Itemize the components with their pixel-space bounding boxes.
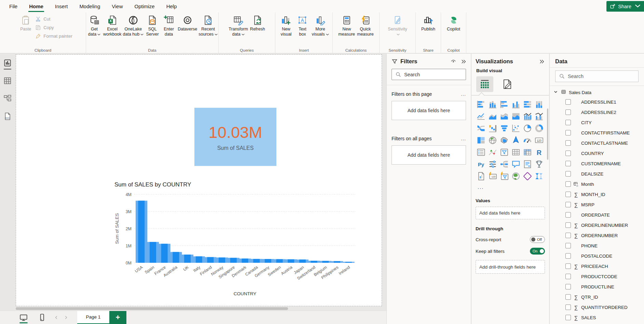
viz-new-slicer-preview-icon[interactable] bbox=[499, 171, 509, 181]
model-view-icon[interactable] bbox=[3, 94, 12, 103]
share-button[interactable]: Share bbox=[606, 1, 644, 12]
filters-search-input[interactable] bbox=[404, 72, 462, 77]
canvas-horizontal-scrollbar[interactable] bbox=[16, 307, 288, 310]
viz-stacked-area-icon[interactable] bbox=[499, 112, 509, 121]
dax-view-icon[interactable]: DAX bbox=[3, 112, 12, 121]
add-page-button[interactable]: + bbox=[109, 311, 126, 324]
ribbon-new-visual-button[interactable]: Newvisual bbox=[278, 13, 294, 37]
field-checkbox[interactable] bbox=[565, 120, 571, 125]
filter-drop-zone[interactable]: Add data fields here bbox=[392, 145, 466, 165]
viz-kpi-icon[interactable] bbox=[488, 147, 497, 157]
viz-map-icon[interactable] bbox=[488, 135, 497, 145]
field-row-month[interactable]: fxMonth bbox=[550, 179, 644, 189]
tab-help[interactable]: Help bbox=[161, 0, 183, 12]
field-row-qtr_id[interactable]: ∑QTR_ID bbox=[550, 292, 644, 302]
field-checkbox[interactable] bbox=[565, 161, 571, 166]
field-row-quantityordered[interactable]: ∑QUANTITYORDERED bbox=[550, 302, 644, 312]
viz-clustered-bar-icon[interactable] bbox=[499, 100, 509, 109]
viz-power-apps-icon[interactable] bbox=[523, 171, 532, 181]
format-visual-tab[interactable] bbox=[499, 76, 516, 92]
previous-page-chevron-icon[interactable] bbox=[54, 315, 59, 320]
field-checkbox[interactable] bbox=[565, 253, 571, 259]
viz-r-script-icon[interactable]: R bbox=[534, 147, 544, 157]
field-row-orderdate[interactable]: ORDERDATE bbox=[550, 210, 644, 220]
field-checkbox[interactable] bbox=[565, 263, 571, 269]
page-tab[interactable]: Page 1 bbox=[77, 311, 109, 324]
tab-optimize[interactable]: Optimize bbox=[129, 0, 161, 12]
viz-power-automate-icon[interactable] bbox=[534, 171, 544, 181]
viz-line-icon[interactable] bbox=[476, 112, 486, 121]
viz-donut-icon[interactable] bbox=[534, 124, 544, 133]
ribbon-refresh-button[interactable]: Refresh bbox=[249, 13, 266, 32]
collapse-pane-icon[interactable] bbox=[461, 59, 467, 65]
ribbon-text-box-button[interactable]: ATextbox bbox=[294, 13, 311, 37]
ribbon-onelake-button[interactable]: OneLakedata hub bbox=[122, 13, 145, 37]
more-options-button[interactable]: ... bbox=[461, 136, 466, 141]
viz-new-slicer-icon[interactable] bbox=[488, 159, 497, 169]
field-row-msrp[interactable]: ∑MSRP bbox=[550, 199, 644, 210]
field-checkbox[interactable] bbox=[565, 212, 571, 218]
viz-100-stacked-column-icon[interactable] bbox=[534, 100, 544, 109]
more-visual-options-button[interactable]: ... bbox=[476, 183, 545, 192]
viz-line-stacked-column-icon[interactable] bbox=[523, 112, 532, 121]
field-row-sales[interactable]: ∑SALES bbox=[550, 312, 644, 323]
field-checkbox[interactable] bbox=[565, 304, 571, 310]
viz-line-clustered-column-icon[interactable] bbox=[534, 112, 544, 121]
eye-icon[interactable] bbox=[450, 59, 456, 65]
more-options-button[interactable]: ... bbox=[461, 91, 466, 97]
viz-pie-icon[interactable] bbox=[523, 124, 532, 133]
field-checkbox[interactable] bbox=[565, 151, 571, 156]
viz-slicer-icon[interactable] bbox=[499, 147, 509, 157]
data-search[interactable] bbox=[555, 70, 639, 82]
field-checkbox[interactable] bbox=[565, 274, 571, 279]
tab-view[interactable]: View bbox=[106, 0, 128, 12]
keep-all-filters-toggle[interactable]: On bbox=[530, 248, 545, 255]
filters-search[interactable] bbox=[392, 69, 466, 80]
data-search-input[interactable] bbox=[568, 74, 635, 79]
viz-paginated-report-icon[interactable] bbox=[476, 171, 486, 181]
drill-through-field-well[interactable]: Add drill-through fields here bbox=[476, 260, 545, 274]
viz-arcgis-map-icon[interactable] bbox=[511, 171, 521, 181]
viz-multirow-card-icon[interactable] bbox=[476, 147, 486, 157]
viz-decomposition-tree-icon[interactable] bbox=[499, 159, 509, 169]
tab-modeling[interactable]: Modeling bbox=[73, 0, 106, 12]
ribbon-dataverse-button[interactable]: Dataverse bbox=[177, 13, 198, 32]
viz-funnel-icon[interactable] bbox=[499, 124, 509, 133]
ribbon-enter-data-button[interactable]: Enterdata bbox=[161, 13, 177, 37]
viz-qna-icon[interactable] bbox=[511, 159, 521, 169]
ribbon-get-data-button[interactable]: Getdata bbox=[86, 13, 102, 37]
ribbon-recent-sources-button[interactable]: Recentsources bbox=[198, 13, 218, 37]
viz-pane-scrollbar[interactable] bbox=[547, 108, 548, 160]
ribbon-publish-button[interactable]: Publish bbox=[420, 13, 437, 32]
field-row-productcode[interactable]: PRODUCTCODE bbox=[550, 271, 644, 282]
viz-ribbon-icon[interactable] bbox=[476, 124, 486, 133]
field-checkbox[interactable] bbox=[565, 243, 571, 248]
field-row-addressline1[interactable]: ADDRESSLINE1 bbox=[550, 97, 644, 107]
desktop-view-icon[interactable] bbox=[19, 313, 28, 322]
viz-100-stacked-bar-icon[interactable] bbox=[523, 100, 532, 109]
field-row-orderlinenumber[interactable]: ∑ORDERLINENUMBER bbox=[550, 220, 644, 230]
viz-clustered-column-icon[interactable] bbox=[511, 100, 521, 109]
field-row-country[interactable]: COUNTRY bbox=[550, 148, 644, 158]
viz-treemap-icon[interactable] bbox=[476, 135, 486, 145]
ribbon-new-measure-button[interactable]: Newmeasure bbox=[337, 13, 356, 37]
viz-azure-map-icon[interactable] bbox=[511, 135, 521, 145]
viz-metrics-icon[interactable] bbox=[534, 159, 544, 169]
ribbon-quick-measure-button[interactable]: Quickmeasure bbox=[356, 13, 375, 37]
field-checkbox[interactable] bbox=[565, 315, 571, 320]
ribbon-copilot-button[interactable]: Copilot bbox=[446, 13, 462, 32]
field-row-ordernumber[interactable]: ∑ORDERNUMBER bbox=[550, 230, 644, 241]
field-row-city[interactable]: CITY bbox=[550, 117, 644, 128]
field-row-postalcode[interactable]: POSTALCODE bbox=[550, 251, 644, 261]
ribbon-transform-data-button[interactable]: Transformdata bbox=[228, 13, 249, 37]
report-view-icon[interactable] bbox=[3, 59, 12, 67]
viz-table-icon[interactable] bbox=[511, 147, 521, 157]
field-checkbox[interactable] bbox=[565, 284, 571, 289]
ribbon-excel-workbook-button[interactable]: XExcelworkbook bbox=[102, 13, 122, 37]
table-sales-data[interactable]: Sales Data bbox=[550, 86, 644, 97]
field-row-phone[interactable]: PHONE bbox=[550, 241, 644, 251]
viz-scatter-icon[interactable] bbox=[511, 124, 521, 133]
field-checkbox[interactable] bbox=[565, 109, 571, 115]
report-page[interactable]: 10.03M Sum of SALES Sum of SALES by COUN… bbox=[16, 54, 382, 306]
values-field-well[interactable]: Add data fields here bbox=[476, 207, 545, 219]
